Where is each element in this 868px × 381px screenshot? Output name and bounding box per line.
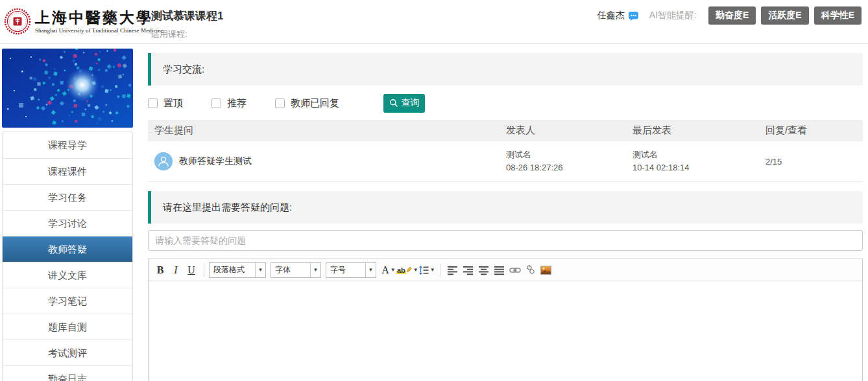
text-color-button[interactable]: A ▼ [381,262,396,279]
badge-activity[interactable]: 活跃度E [761,6,808,25]
chevron-down-icon: ▼ [310,263,320,277]
sidebar: 课程导学 课程课件 学习任务 学习讨论 教师答疑 讲义文库 学习笔记 题库自测 … [2,49,133,381]
header-right: 任鑫杰 AI智能提醒: 勤奋度E 活跃度E 科学性E [597,6,862,25]
search-button[interactable]: 查询 [383,94,425,113]
sidebar-item-course-guide[interactable]: 课程导学 [3,132,132,158]
underline-button[interactable]: U [184,262,199,279]
paragraph-format-select[interactable]: 段落格式 ▼ [209,262,266,278]
course-subtitle: 适用课程: [151,29,223,40]
chevron-down-icon: ▼ [430,267,435,273]
last-post-cell: 测试名 10-14 02:18:14 [633,141,766,181]
checkbox-recommended[interactable] [211,98,221,108]
sidebar-item-teacher-qa[interactable]: 教师答疑 [3,236,132,262]
course-cover-image [2,49,133,128]
unlink-icon [526,265,535,275]
toolbar-separator [204,264,204,277]
poster-name: 测试名 [506,148,633,161]
sidebar-item-discussion[interactable]: 学习讨论 [3,210,132,236]
bold-button[interactable]: B [152,262,168,279]
editor-toolbar: B I U 段落格式 ▼ 字体 ▼ 字号 ▼ A ▼ [149,259,862,281]
chevron-down-icon: ▼ [365,263,376,277]
sidebar-item-learning-tasks[interactable]: 学习任务 [3,184,132,210]
col-header-last-post: 最后发表 [633,124,766,137]
insert-link-button[interactable] [507,262,523,279]
line-spacing-button[interactable]: ▼ [418,262,435,279]
align-center-button[interactable] [476,262,492,279]
university-name: 上海中醫藥大學 [35,9,163,26]
paragraph-format-label: 段落格式 [210,264,255,275]
search-button-label: 查询 [402,97,420,109]
table-row: 教师答疑学生测试 测试名 08-26 18:27:26 测试名 10-14 02… [148,141,863,182]
sidebar-nav: 课程导学 课程课件 学习任务 学习讨论 教师答疑 讲义文库 学习笔记 题库自测 … [2,132,133,381]
align-justify-button[interactable] [492,262,507,279]
italic-button[interactable]: I [168,262,184,279]
university-seal-icon [4,6,31,36]
align-center-icon [478,265,489,275]
sidebar-item-diligence-log[interactable]: 勤奋日志 [3,365,132,381]
sidebar-item-exam-evaluation[interactable]: 考试测评 [3,340,132,365]
checkbox-recommended-label: 推荐 [227,97,247,110]
align-right-icon [463,265,474,275]
poster-time: 08-26 18:27:26 [506,161,633,174]
line-spacing-icon [418,265,429,275]
sidebar-item-study-notes[interactable]: 学习笔记 [3,288,132,314]
align-justify-icon [494,265,505,275]
ai-reminder-label: AI智能提醒: [649,10,697,21]
font-size-label: 字号 [326,264,365,275]
chat-bubble-icon[interactable] [628,11,639,21]
badge-scientific[interactable]: 科学性E [814,6,862,25]
main-content: 学习交流: 置顶 推荐 教师已回复 查询 学生提问 发表人 最后发表 回复/查看 [148,44,863,381]
question-title-link[interactable]: 教师答疑学生测试 [179,156,252,167]
insert-image-button[interactable] [538,262,554,279]
poster-cell: 测试名 08-26 18:27:26 [506,141,633,181]
chevron-down-icon: ▼ [391,267,396,273]
course-title-block: 测试慕课课程1 适用课程: [151,8,223,40]
header: 上海中醫藥大學 Shanghai University of Tradition… [0,0,868,44]
table-header-row: 学生提问 发表人 最后发表 回复/查看 [148,120,863,141]
toolbar-separator [440,264,440,277]
font-size-select[interactable]: 字号 ▼ [326,262,376,278]
sidebar-item-self-test[interactable]: 题库自测 [3,314,132,340]
search-icon [389,98,398,108]
align-right-button[interactable] [461,262,476,279]
checkbox-pinned[interactable] [148,98,158,108]
reply-view-cell: 2/15 [766,141,863,181]
remove-link-button[interactable] [523,262,538,279]
rich-text-editor: B I U 段落格式 ▼ 字体 ▼ 字号 ▼ A ▼ [148,259,863,381]
sidebar-item-lecture-library[interactable]: 讲义文库 [3,262,132,288]
university-name-block: 上海中醫藥大學 Shanghai University of Tradition… [35,9,163,34]
question-input[interactable] [148,230,863,251]
chevron-down-icon: ▼ [413,267,418,273]
filter-row: 置顶 推荐 教师已回复 查询 [148,93,425,113]
badge-diligence[interactable]: 勤奋度E [708,6,756,25]
text-color-label: A [381,264,389,276]
editor-content-area[interactable] [149,281,862,381]
page: 上海中醫藥大學 Shanghai University of Tradition… [0,0,868,381]
university-logo: 上海中醫藥大學 Shanghai University of Tradition… [4,6,163,36]
link-icon [509,266,521,274]
highlight-label: ab [396,266,406,274]
question-table: 学生提问 发表人 最后发表 回复/查看 教师答疑学生测试 测试名 08-26 1… [148,120,863,182]
username[interactable]: 任鑫杰 [597,10,625,21]
font-family-label: 字体 [271,264,310,275]
col-header-poster: 发表人 [506,124,633,137]
ask-section-header: 请在这里提出需要答疑的问题: [148,191,863,224]
align-left-button[interactable] [445,262,461,279]
avatar-icon [154,152,173,170]
sidebar-item-courseware[interactable]: 课程课件 [3,158,132,184]
question-cell: 教师答疑学生测试 [148,141,506,181]
page-title: 测试慕课课程1 [151,8,223,23]
highlight-pen-icon [406,266,412,273]
last-post-time: 10-14 02:18:14 [633,161,766,174]
last-poster-name: 测试名 [633,148,766,161]
col-header-reply-view: 回复/查看 [766,124,863,137]
align-left-icon [447,265,458,275]
font-family-select[interactable]: 字体 ▼ [271,262,321,278]
checkbox-teacher-replied[interactable] [275,98,285,108]
checkbox-teacher-replied-label: 教师已回复 [291,97,339,110]
highlight-button[interactable]: ab ▼ [396,262,418,279]
discussion-section-header: 学习交流: [148,53,863,86]
chevron-down-icon: ▼ [255,263,265,277]
col-header-question: 学生提问 [148,124,506,137]
image-icon [540,266,551,275]
